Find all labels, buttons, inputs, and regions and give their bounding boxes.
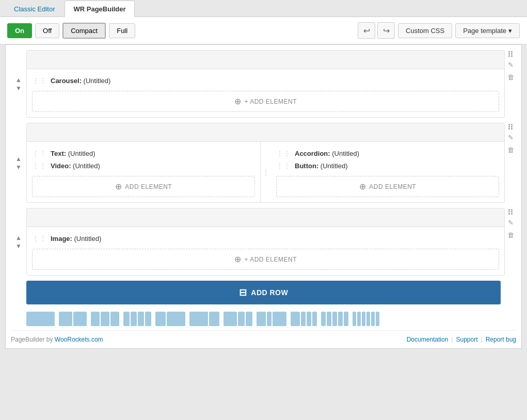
preset-6col-col1 bbox=[353, 312, 356, 326]
preset-4col-col2 bbox=[131, 312, 137, 326]
preset-4col-col1 bbox=[123, 312, 130, 326]
row-1: ▲ ▼ ⋮⋮ Carousel: (Untitled) ⊕ + ADD ELEM… bbox=[11, 50, 516, 118]
documentation-link[interactable]: Documentation bbox=[407, 336, 449, 343]
button-label: Button: (Untitled) bbox=[295, 162, 348, 170]
row-1-header bbox=[27, 51, 504, 69]
row-3-add-element-button[interactable]: ⊕ + ADD ELEMENT bbox=[32, 249, 499, 270]
off-button[interactable]: Off bbox=[35, 23, 59, 38]
preset-2col-left-button[interactable] bbox=[155, 312, 185, 326]
on-button[interactable]: On bbox=[7, 23, 32, 38]
preset-6col-button[interactable] bbox=[353, 312, 379, 326]
page-template-button[interactable]: Page template ▾ bbox=[455, 23, 520, 38]
redo-button[interactable]: ↪ bbox=[377, 22, 395, 39]
row-1-down-button[interactable]: ▼ bbox=[13, 85, 24, 92]
preset-5col-col1 bbox=[321, 312, 326, 326]
preset-2col-right-button[interactable] bbox=[189, 312, 219, 326]
preset-5col-col2 bbox=[327, 312, 331, 326]
row-3: ▲ ▼ ⋮⋮ Image: (Untitled) ⊕ + ADD ELEMENT bbox=[11, 208, 516, 276]
button-element: ⋮⋮ Button: (Untitled) bbox=[276, 159, 499, 172]
add-row-section: ⊟ ADD ROW bbox=[11, 281, 516, 328]
video-element: ⋮⋮ Video: (Untitled) bbox=[32, 159, 255, 172]
add-element-label: + ADD ELEMENT bbox=[244, 98, 297, 105]
preset-4col-mix-col4 bbox=[312, 312, 317, 326]
drag-handle-icon[interactable]: ⋮⋮ bbox=[32, 76, 46, 85]
drag-handle-video-icon[interactable]: ⋮⋮ bbox=[32, 161, 46, 170]
preset-1col-col bbox=[26, 312, 55, 326]
full-button[interactable]: Full bbox=[109, 23, 135, 38]
add-element-col2-label: ADD ELEMENT bbox=[369, 183, 416, 190]
tab-wr-pagebuilder[interactable]: WR PageBuilder bbox=[65, 1, 134, 17]
drag-handle-text-icon[interactable]: ⋮⋮ bbox=[32, 149, 46, 157]
layout-presets bbox=[26, 310, 501, 328]
preset-4col-col4 bbox=[145, 312, 151, 326]
preset-5col-col4 bbox=[338, 312, 343, 326]
preset-4col-eq-visual bbox=[123, 312, 151, 326]
row-3-controls: ▲ ▼ bbox=[11, 208, 26, 276]
support-link[interactable]: Support bbox=[456, 336, 477, 343]
image-label: Image: (Untitled) bbox=[51, 235, 101, 243]
preset-3col-col2 bbox=[101, 312, 109, 326]
preset-2col-left-col1 bbox=[155, 312, 166, 326]
row-2-controls: ▲ ▼ bbox=[11, 123, 26, 203]
preset-4col-mix-col3 bbox=[307, 312, 311, 326]
row-2-col2-add-element-button[interactable]: ⊕ ADD ELEMENT bbox=[276, 176, 499, 197]
compact-button[interactable]: Compact bbox=[62, 23, 106, 39]
preset-3col-col1 bbox=[91, 312, 100, 326]
row-2-down-button[interactable]: ▼ bbox=[13, 164, 24, 171]
row-3-delete-button[interactable]: 🗑 bbox=[505, 230, 516, 240]
preset-2col-eq-button[interactable] bbox=[59, 312, 87, 326]
preset-3col-mix1-col1 bbox=[223, 312, 237, 326]
preset-4col-eq-button[interactable] bbox=[123, 312, 151, 326]
preset-4col-mix-col1 bbox=[291, 312, 300, 326]
preset-3col-eq-button[interactable] bbox=[91, 312, 119, 326]
accordion-label: Accordion: (Untitled) bbox=[295, 150, 359, 157]
footer: PageBuilder by WooRockets.com Documentat… bbox=[11, 330, 516, 343]
plus-circle-col1-icon: ⊕ bbox=[115, 182, 122, 191]
preset-4col-mix-col2 bbox=[301, 312, 306, 326]
drag-handle-accordion-icon[interactable]: ⋮⋮ bbox=[276, 149, 291, 157]
row-1-drag-icon bbox=[508, 51, 513, 57]
drag-handle-button-icon[interactable]: ⋮⋮ bbox=[276, 161, 291, 170]
row-3-down-button[interactable]: ▼ bbox=[13, 243, 24, 250]
preset-3col-mix1-visual bbox=[223, 312, 252, 326]
row-3-edit-button[interactable]: ✎ bbox=[505, 217, 516, 228]
plus-circle-col2-icon: ⊕ bbox=[359, 182, 366, 191]
row-1-add-element-button[interactable]: ⊕ + ADD ELEMENT bbox=[32, 91, 499, 112]
preset-4col-col3 bbox=[138, 312, 144, 326]
page-wrapper: Classic Editor WR PageBuilder On Off Com… bbox=[0, 0, 527, 420]
report-bug-link[interactable]: Report bug bbox=[486, 336, 516, 343]
preset-3col-col3 bbox=[110, 312, 119, 326]
preset-3col-mix2-visual bbox=[257, 312, 286, 326]
plus-circle-row3-icon: ⊕ bbox=[234, 254, 242, 264]
preset-3col-mix1-button[interactable] bbox=[223, 312, 252, 326]
row-1-up-button[interactable]: ▲ bbox=[13, 76, 24, 84]
preset-6col-col3 bbox=[362, 312, 365, 326]
preset-3col-eq-visual bbox=[91, 312, 119, 326]
drag-handle-image-icon[interactable]: ⋮⋮ bbox=[32, 234, 46, 243]
row-2: ▲ ▼ ⋮⋮ Text: (Untitled) ⋮⋮ Video: (Untit… bbox=[11, 123, 516, 203]
preset-3col-mix2-button[interactable] bbox=[257, 312, 286, 326]
footer-credit: PageBuilder by WooRockets.com bbox=[11, 336, 103, 343]
add-row-button[interactable]: ⊟ ADD ROW bbox=[26, 281, 501, 304]
row-1-delete-button[interactable]: 🗑 bbox=[505, 72, 516, 82]
preset-5col-button[interactable] bbox=[321, 312, 348, 326]
preset-3col-mix1-col2 bbox=[238, 312, 245, 326]
row-2-up-button[interactable]: ▲ bbox=[13, 155, 24, 163]
row-2-delete-button[interactable]: 🗑 bbox=[505, 144, 516, 155]
preset-6col-col6 bbox=[376, 312, 379, 326]
tab-classic-editor[interactable]: Classic Editor bbox=[5, 1, 63, 17]
row-2-edit-button[interactable]: ✎ bbox=[505, 132, 516, 142]
row-1-edit-button[interactable]: ✎ bbox=[505, 59, 516, 70]
accordion-element: ⋮⋮ Accordion: (Untitled) bbox=[276, 147, 499, 159]
footer-woorockets-link[interactable]: WooRockets.com bbox=[55, 336, 103, 343]
custom-css-button[interactable]: Custom CSS bbox=[398, 23, 452, 38]
row-2-col1-add-element-button[interactable]: ⊕ ADD ELEMENT bbox=[32, 176, 255, 197]
preset-2col-left-col2 bbox=[167, 312, 185, 326]
row-3-up-button[interactable]: ▲ bbox=[13, 234, 24, 241]
preset-4col-mix-button[interactable] bbox=[291, 312, 317, 326]
preset-1col-button[interactable] bbox=[26, 312, 55, 326]
row-3-header bbox=[27, 208, 504, 227]
undo-button[interactable]: ↩ bbox=[358, 22, 375, 39]
row-2-body: ⋮⋮ Text: (Untitled) ⋮⋮ Video: (Untitled)… bbox=[27, 142, 504, 202]
carousel-label: Carousel: (Untitled) bbox=[51, 77, 110, 85]
